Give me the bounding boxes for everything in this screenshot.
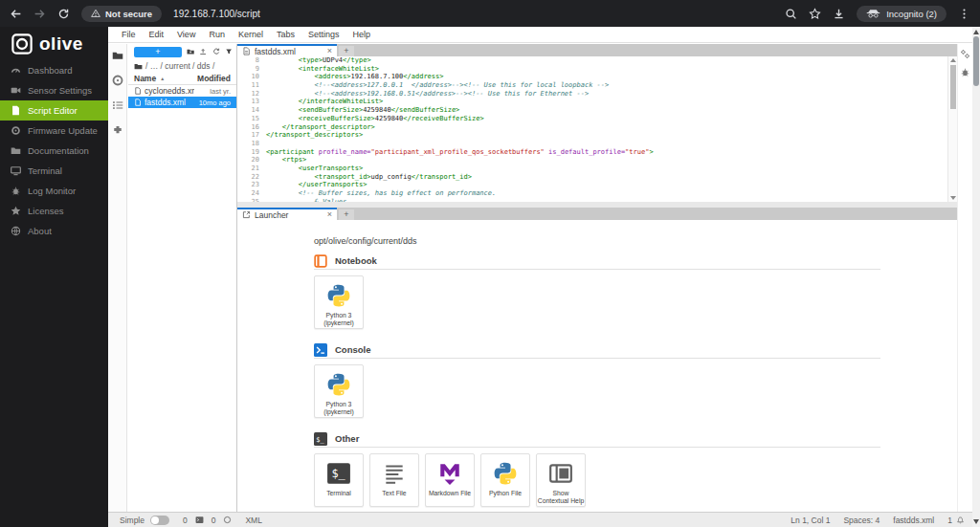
sidebar-item-script-editor[interactable]: Script Editor bbox=[0, 100, 108, 121]
breadcrumb[interactable]: / … / current / dds / bbox=[128, 59, 236, 73]
launcher-panel: opt/olive/config/current/dds NotebookPyt… bbox=[237, 220, 957, 512]
tab-launcher[interactable]: Launcher × bbox=[237, 208, 337, 220]
code-text: <!-- Buffer sizes, has big effect on per… bbox=[266, 189, 496, 198]
sidebar-item-label: Firmware Update bbox=[28, 125, 98, 136]
sidebar-item-sensor-settings[interactable]: Sensor Settings bbox=[0, 80, 108, 100]
olive-extension-icon[interactable] bbox=[112, 75, 123, 86]
running-sessions-icon[interactable] bbox=[112, 99, 123, 111]
bookmark-star-icon[interactable] bbox=[809, 8, 821, 20]
upload-icon[interactable] bbox=[199, 47, 207, 56]
tab-fastdds-xml[interactable]: fastdds.xml × bbox=[237, 44, 337, 56]
editor-tab-bar: fastdds.xml × + bbox=[237, 44, 957, 56]
section-header: Console bbox=[314, 344, 880, 359]
card-label: Python 3(ipykernel) bbox=[323, 401, 354, 415]
simple-mode-toggle[interactable] bbox=[150, 516, 169, 525]
close-tab-icon[interactable]: × bbox=[327, 210, 332, 219]
sidebar-item-licenses[interactable]: Licenses bbox=[0, 201, 108, 221]
notebook-icon bbox=[314, 254, 327, 268]
new-folder-icon[interactable] bbox=[187, 47, 194, 56]
zoom-icon[interactable] bbox=[785, 8, 797, 20]
download-icon[interactable] bbox=[833, 8, 845, 20]
xml-editor[interactable]: 8 <type>UDPv4</type>9 <interfaceWhiteLis… bbox=[237, 56, 957, 202]
launcher-section-console: ConsolePython 3(ipykernel) bbox=[314, 344, 880, 418]
scroll-down-icon[interactable] bbox=[950, 196, 956, 200]
launcher-card-markdown-file[interactable]: Markdown File bbox=[425, 453, 475, 507]
notifications-badge[interactable]: 1 bbox=[947, 516, 965, 525]
sidebar-item-documentation[interactable]: Documentation bbox=[0, 141, 108, 161]
new-tab-button[interactable]: + bbox=[339, 46, 354, 56]
new-launcher-button[interactable]: + bbox=[134, 47, 182, 57]
extension-manager-icon[interactable] bbox=[112, 124, 123, 136]
code-line: 17</transport_descriptors> bbox=[237, 131, 957, 140]
menu-edit[interactable]: Edit bbox=[143, 27, 171, 42]
launcher-card-python-3-ipykernel-[interactable]: Python 3(ipykernel) bbox=[314, 275, 364, 329]
launcher-card-python-file[interactable]: Python File bbox=[480, 453, 530, 507]
line-number: 8 bbox=[237, 56, 266, 65]
other-icon: $_ bbox=[314, 432, 327, 446]
file-modified: 10mo ago bbox=[194, 99, 231, 107]
forward-icon[interactable] bbox=[33, 8, 46, 20]
code-line: 12 <!--<address>192.168.0.51</address>--… bbox=[237, 90, 957, 99]
file-row-cyclonedds.xml[interactable]: cyclonedds.xmllast yr. bbox=[128, 85, 236, 97]
filter-icon[interactable] bbox=[225, 47, 233, 56]
menu-kebab-icon[interactable] bbox=[958, 8, 970, 20]
launcher-card-python-3-ipykernel-[interactable]: Python 3(ipykernel) bbox=[314, 364, 364, 418]
launcher-icon bbox=[242, 210, 251, 219]
url-field[interactable]: 192.168.7.100/script bbox=[173, 9, 773, 19]
column-name[interactable]: Name▲ bbox=[134, 74, 192, 83]
terminals-count[interactable]: 0 bbox=[183, 516, 188, 525]
olive-logo-text: olive bbox=[39, 33, 83, 55]
page-scroll-up-icon[interactable] bbox=[973, 30, 979, 34]
sidebar-item-terminal[interactable]: Terminal bbox=[0, 161, 108, 181]
sidebar-item-log-monitor[interactable]: Log Monitor bbox=[0, 181, 108, 201]
indent-setting[interactable]: Spaces: 4 bbox=[843, 516, 880, 525]
menu-help[interactable]: Help bbox=[345, 27, 377, 42]
sidebar-item-dashboard[interactable]: Dashboard bbox=[0, 60, 108, 80]
property-inspector-icon[interactable] bbox=[960, 49, 970, 59]
file-browser-tab-icon[interactable] bbox=[112, 50, 123, 61]
menu-kernel[interactable]: Kernel bbox=[232, 27, 270, 42]
editor-scrollbar[interactable] bbox=[947, 56, 957, 202]
reload-icon[interactable] bbox=[57, 8, 70, 20]
kernel-status-icon bbox=[223, 516, 232, 524]
back-icon[interactable] bbox=[10, 8, 22, 20]
sidebar-item-about[interactable]: About bbox=[0, 221, 108, 241]
new-tab-button[interactable]: + bbox=[339, 209, 354, 220]
launcher-card-show-contextual-help[interactable]: ShowContextual Help bbox=[536, 453, 586, 507]
line-number: 23 bbox=[237, 181, 266, 189]
editor-scroll-thumb[interactable] bbox=[950, 65, 956, 109]
code-line: 24 <!-- Buffer sizes, has big effect on … bbox=[237, 189, 957, 198]
column-modified[interactable]: Modified bbox=[192, 74, 231, 83]
refresh-icon[interactable] bbox=[212, 47, 220, 56]
line-number: 19 bbox=[237, 148, 266, 157]
line-number: 22 bbox=[237, 173, 266, 182]
file-browser-panel: + / … / current / dds / Name▲ Modified c… bbox=[128, 44, 237, 512]
cursor-position[interactable]: Ln 1, Col 1 bbox=[791, 516, 830, 525]
sidebar-item-firmware-update[interactable]: Firmware Update bbox=[0, 121, 108, 141]
kernels-count[interactable]: 0 bbox=[212, 516, 216, 525]
incognito-label: Incognito (2) bbox=[886, 9, 937, 19]
launcher-card-text-file[interactable]: Text File bbox=[369, 453, 419, 507]
security-chip[interactable]: Not secure bbox=[81, 6, 162, 22]
language-mode[interactable]: XML bbox=[245, 516, 261, 525]
page-scroll-down-icon[interactable] bbox=[973, 519, 979, 524]
menu-file[interactable]: File bbox=[115, 27, 143, 42]
olive-sidebar: olive DashboardSensor SettingsScript Edi… bbox=[0, 27, 108, 527]
file-row-fastdds.xml[interactable]: fastdds.xml10mo ago bbox=[128, 97, 236, 108]
launcher-card-terminal[interactable]: $_Terminal bbox=[314, 453, 364, 507]
menu-run[interactable]: Run bbox=[202, 27, 232, 42]
menu-view[interactable]: View bbox=[170, 27, 202, 42]
close-tab-icon[interactable]: × bbox=[327, 47, 332, 55]
home-folder-icon[interactable] bbox=[134, 62, 143, 71]
code-line: 22 <transport_id>udp_config</transport_i… bbox=[237, 173, 957, 182]
file-browser-toolbar: + bbox=[128, 44, 236, 59]
page-scroll-thumb[interactable] bbox=[973, 36, 979, 86]
scroll-up-icon[interactable] bbox=[950, 58, 956, 62]
file-modified: last yr. bbox=[194, 87, 231, 96]
page-scrollbar[interactable] bbox=[972, 27, 980, 527]
menu-tabs[interactable]: Tabs bbox=[270, 27, 301, 42]
debugger-bug-icon[interactable] bbox=[960, 67, 970, 77]
breadcrumb-path: / … / current / dds / bbox=[145, 61, 214, 71]
incognito-badge[interactable]: Incognito (2) bbox=[857, 6, 947, 22]
menu-settings[interactable]: Settings bbox=[301, 27, 346, 42]
